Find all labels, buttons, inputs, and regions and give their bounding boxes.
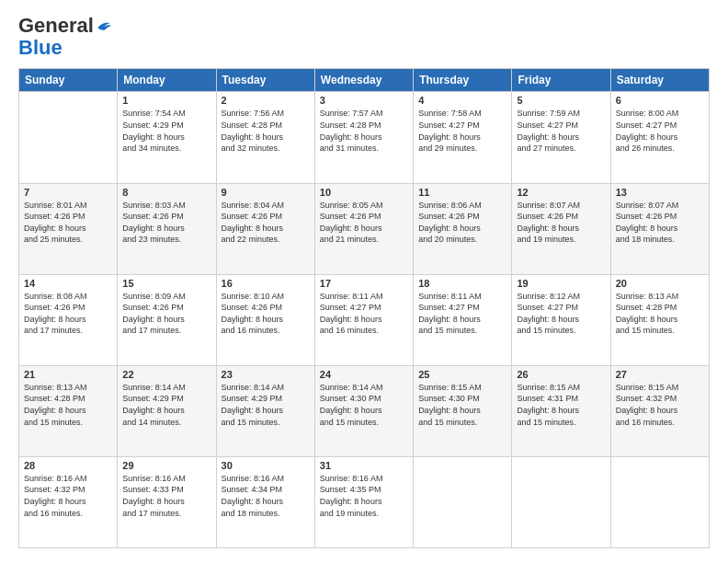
day-info-text: Sunrise: 8:04 AMSunset: 4:26 PMDaylight:… [222,200,310,246]
day-info-text: Sunrise: 8:08 AMSunset: 4:26 PMDaylight:… [24,291,112,337]
day-info-text: Sunrise: 7:58 AMSunset: 4:27 PMDaylight:… [418,108,506,154]
day-info-text: Sunrise: 8:00 AMSunset: 4:27 PMDaylight:… [616,108,704,154]
page: General Blue SundayMondayTuesdayWednesda… [0,0,728,563]
calendar-cell: 25Sunrise: 8:15 AMSunset: 4:30 PMDayligh… [414,365,512,456]
day-number: 14 [24,278,112,289]
day-info-text: Sunrise: 8:09 AMSunset: 4:26 PMDaylight:… [122,291,210,337]
day-info-text: Sunrise: 8:16 AMSunset: 4:35 PMDaylight:… [320,473,408,519]
day-number: 28 [24,460,112,471]
calendar-cell: 7Sunrise: 8:01 AMSunset: 4:26 PMDaylight… [19,183,118,274]
logo-bird-icon [96,17,112,34]
day-info-text: Sunrise: 8:16 AMSunset: 4:33 PMDaylight:… [122,473,210,519]
calendar-cell: 31Sunrise: 8:16 AMSunset: 4:35 PMDayligh… [314,456,413,547]
day-number: 22 [122,369,210,380]
logo-general: General [18,15,94,37]
day-number: 4 [418,95,506,106]
calendar-cell: 1Sunrise: 7:54 AMSunset: 4:29 PMDaylight… [118,92,216,183]
calendar-cell: 2Sunrise: 7:56 AMSunset: 4:28 PMDaylight… [216,92,314,183]
day-info-text: Sunrise: 7:59 AMSunset: 4:27 PMDaylight:… [517,108,605,154]
calendar-cell: 27Sunrise: 8:15 AMSunset: 4:32 PMDayligh… [610,365,709,456]
calendar-cell: 3Sunrise: 7:57 AMSunset: 4:28 PMDaylight… [314,92,413,183]
day-number: 27 [616,369,704,380]
day-info-text: Sunrise: 7:54 AMSunset: 4:29 PMDaylight:… [122,108,210,154]
day-info-text: Sunrise: 8:12 AMSunset: 4:27 PMDaylight:… [517,291,605,337]
calendar-cell: 26Sunrise: 8:15 AMSunset: 4:31 PMDayligh… [512,365,610,456]
calendar-cell: 22Sunrise: 8:14 AMSunset: 4:29 PMDayligh… [118,365,216,456]
day-info-text: Sunrise: 8:11 AMSunset: 4:27 PMDaylight:… [320,291,408,337]
calendar-week-row: 28Sunrise: 8:16 AMSunset: 4:32 PMDayligh… [19,456,710,547]
day-number: 24 [320,369,408,380]
calendar-cell: 11Sunrise: 8:06 AMSunset: 4:26 PMDayligh… [414,183,512,274]
calendar-week-row: 14Sunrise: 8:08 AMSunset: 4:26 PMDayligh… [19,274,710,365]
calendar-cell [19,92,118,183]
day-number: 8 [122,187,210,198]
day-info-text: Sunrise: 7:56 AMSunset: 4:28 PMDaylight:… [222,108,310,154]
calendar-cell: 19Sunrise: 8:12 AMSunset: 4:27 PMDayligh… [512,274,610,365]
calendar-header-row: SundayMondayTuesdayWednesdayThursdayFrid… [19,69,710,92]
calendar-cell: 21Sunrise: 8:13 AMSunset: 4:28 PMDayligh… [19,365,118,456]
day-info-text: Sunrise: 8:14 AMSunset: 4:29 PMDaylight:… [222,382,310,428]
day-info-text: Sunrise: 8:14 AMSunset: 4:29 PMDaylight:… [122,382,210,428]
day-number: 12 [517,187,605,198]
calendar-cell: 6Sunrise: 8:00 AMSunset: 4:27 PMDaylight… [610,92,709,183]
calendar-cell [414,456,512,547]
calendar-cell: 24Sunrise: 8:14 AMSunset: 4:30 PMDayligh… [314,365,413,456]
calendar-cell: 29Sunrise: 8:16 AMSunset: 4:33 PMDayligh… [118,456,216,547]
calendar-week-row: 7Sunrise: 8:01 AMSunset: 4:26 PMDaylight… [19,183,710,274]
day-header-sunday: Sunday [19,69,118,92]
day-number: 19 [517,278,605,289]
day-number: 23 [222,369,310,380]
calendar-week-row: 21Sunrise: 8:13 AMSunset: 4:28 PMDayligh… [19,365,710,456]
day-number: 30 [222,460,310,471]
day-info-text: Sunrise: 8:15 AMSunset: 4:30 PMDaylight:… [418,382,506,428]
day-info-text: Sunrise: 8:13 AMSunset: 4:28 PMDaylight:… [616,291,704,337]
day-info-text: Sunrise: 8:15 AMSunset: 4:31 PMDaylight:… [517,382,605,428]
header: General Blue [18,15,710,59]
day-info-text: Sunrise: 8:07 AMSunset: 4:26 PMDaylight:… [517,200,605,246]
calendar-cell: 30Sunrise: 8:16 AMSunset: 4:34 PMDayligh… [216,456,314,547]
day-info-text: Sunrise: 8:14 AMSunset: 4:30 PMDaylight:… [320,382,408,428]
day-number: 9 [222,187,310,198]
day-number: 15 [122,278,210,289]
calendar-cell: 15Sunrise: 8:09 AMSunset: 4:26 PMDayligh… [118,274,216,365]
day-number: 1 [122,95,210,106]
calendar-cell [610,456,709,547]
day-number: 5 [517,95,605,106]
calendar-cell [512,456,610,547]
calendar-cell: 17Sunrise: 8:11 AMSunset: 4:27 PMDayligh… [314,274,413,365]
day-info-text: Sunrise: 8:01 AMSunset: 4:26 PMDaylight:… [24,200,112,246]
day-number: 21 [24,369,112,380]
day-number: 11 [418,187,506,198]
day-number: 17 [320,278,408,289]
calendar-cell: 4Sunrise: 7:58 AMSunset: 4:27 PMDaylight… [414,92,512,183]
logo-blue: Blue [18,37,63,59]
day-number: 10 [320,187,408,198]
day-number: 16 [222,278,310,289]
day-header-saturday: Saturday [610,69,709,92]
day-number: 6 [616,95,704,106]
calendar-cell: 14Sunrise: 8:08 AMSunset: 4:26 PMDayligh… [19,274,118,365]
day-header-thursday: Thursday [414,69,512,92]
day-number: 2 [222,95,310,106]
day-number: 3 [320,95,408,106]
day-header-tuesday: Tuesday [216,69,314,92]
calendar-cell: 8Sunrise: 8:03 AMSunset: 4:26 PMDaylight… [118,183,216,274]
calendar-cell: 9Sunrise: 8:04 AMSunset: 4:26 PMDaylight… [216,183,314,274]
day-number: 7 [24,187,112,198]
logo: General Blue [18,15,112,59]
day-info-text: Sunrise: 8:16 AMSunset: 4:32 PMDaylight:… [24,473,112,519]
day-info-text: Sunrise: 8:11 AMSunset: 4:27 PMDaylight:… [418,291,506,337]
calendar-cell: 16Sunrise: 8:10 AMSunset: 4:26 PMDayligh… [216,274,314,365]
calendar-cell: 20Sunrise: 8:13 AMSunset: 4:28 PMDayligh… [610,274,709,365]
day-info-text: Sunrise: 8:06 AMSunset: 4:26 PMDaylight:… [418,200,506,246]
day-number: 20 [616,278,704,289]
calendar-cell: 5Sunrise: 7:59 AMSunset: 4:27 PMDaylight… [512,92,610,183]
day-header-wednesday: Wednesday [314,69,413,92]
day-number: 13 [616,187,704,198]
calendar-week-row: 1Sunrise: 7:54 AMSunset: 4:29 PMDaylight… [19,92,710,183]
day-number: 18 [418,278,506,289]
day-number: 31 [320,460,408,471]
day-number: 25 [418,369,506,380]
day-number: 26 [517,369,605,380]
day-info-text: Sunrise: 8:13 AMSunset: 4:28 PMDaylight:… [24,382,112,428]
